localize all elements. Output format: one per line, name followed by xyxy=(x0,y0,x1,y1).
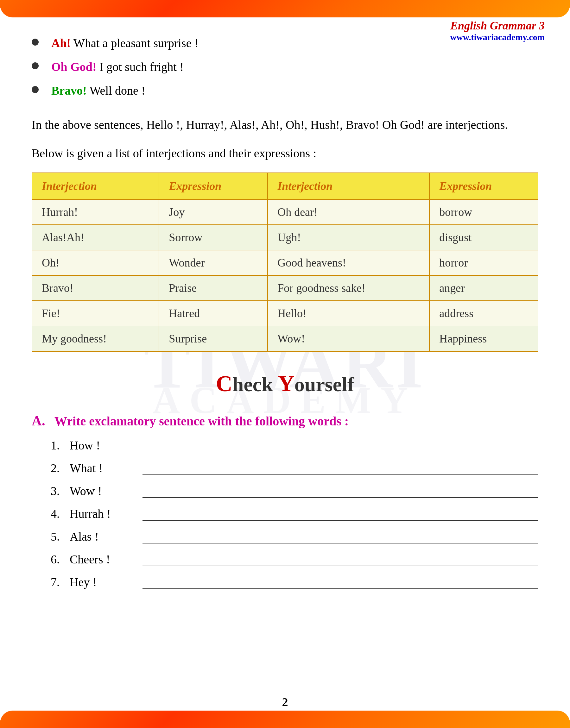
table-row: My goodness!SurpriseWow!Happiness xyxy=(32,326,538,351)
exercise-answer-line[interactable] xyxy=(142,586,538,589)
table-cell: Ugh! xyxy=(268,225,430,250)
table-row: Oh!WonderGood heavens!horror xyxy=(32,250,538,275)
exercise-answer-line[interactable] xyxy=(142,563,538,566)
table-cell: Good heavens! xyxy=(268,250,430,275)
bullet-dot xyxy=(32,86,39,93)
exercise-word: What ! xyxy=(70,461,133,475)
table-cell: Wonder xyxy=(159,250,268,275)
table-cell: Oh! xyxy=(32,250,159,275)
check-rest-2: ourself xyxy=(294,373,354,396)
table-cell: borrow xyxy=(430,199,538,225)
bullet-dot xyxy=(32,62,39,69)
col-header-interjection-1: Interjection xyxy=(32,173,159,199)
body-text-2: Below is given a list of interjections a… xyxy=(32,144,538,163)
table-cell: For goodness sake! xyxy=(268,275,430,301)
list-item: Oh God! I got such fright ! xyxy=(32,59,538,75)
brand-title: English Grammar 3 xyxy=(450,19,545,32)
check-rest-1: heck xyxy=(232,373,278,396)
bullet-text-1: Ah! What a pleasant surprise ! xyxy=(51,35,199,52)
brand-website: www.tiwariacademy.com xyxy=(450,32,545,42)
exercise-item: 3.Wow ! xyxy=(51,484,538,498)
check-yourself-heading: Check Yourself xyxy=(32,371,538,397)
table-cell: Surprise xyxy=(159,326,268,351)
exercise-number: 1. xyxy=(51,439,70,452)
exercise-number: 3. xyxy=(51,484,70,498)
table-cell: disgust xyxy=(430,225,538,250)
exercise-word: Alas ! xyxy=(70,530,133,544)
table-row: Bravo!PraiseFor goodness sake!anger xyxy=(32,275,538,301)
table-header-row: Interjection Expression Interjection Exp… xyxy=(32,173,538,199)
table-cell: address xyxy=(430,301,538,326)
exercise-item: 4.Hurrah ! xyxy=(51,507,538,521)
table-cell: anger xyxy=(430,275,538,301)
table-cell: horror xyxy=(430,250,538,275)
table-cell: Bravo! xyxy=(32,275,159,301)
table-cell: Wow! xyxy=(268,326,430,351)
exercise-answer-line[interactable] xyxy=(142,518,538,521)
exercise-word: Hurrah ! xyxy=(70,507,133,521)
table-cell: Praise xyxy=(159,275,268,301)
interjection-ah: Ah! xyxy=(51,36,71,50)
check-c-letter: C xyxy=(216,371,232,396)
bullet-list: Ah! What a pleasant surprise ! Oh God! I… xyxy=(32,35,538,99)
exercise-answer-line[interactable] xyxy=(142,472,538,475)
main-content: Ah! What a pleasant surprise ! Oh God! I… xyxy=(0,9,570,623)
table-row: Hurrah!JoyOh dear!borrow xyxy=(32,199,538,225)
exercise-number: 4. xyxy=(51,507,70,521)
exercise-answer-line[interactable] xyxy=(142,540,538,544)
table-cell: Hello! xyxy=(268,301,430,326)
table-cell: Happiness xyxy=(430,326,538,351)
exercise-item: 1.How ! xyxy=(51,439,538,452)
check-y-letter: Y xyxy=(278,371,294,396)
table-cell: Oh dear! xyxy=(268,199,430,225)
col-header-expression-1: Expression xyxy=(159,173,268,199)
section-instruction: Write exclamatory sentence with the foll… xyxy=(54,414,349,428)
col-header-interjection-2: Interjection xyxy=(268,173,430,199)
exercise-number: 6. xyxy=(51,552,70,566)
interjection-ohgod: Oh God! xyxy=(51,60,96,73)
section-a-label: A. Write exclamatory sentence with the f… xyxy=(32,413,538,429)
exercise-word: Hey ! xyxy=(70,575,133,589)
exercise-list: 1.How !2.What !3.Wow !4.Hurrah !5.Alas !… xyxy=(51,439,538,589)
exercise-number: 2. xyxy=(51,461,70,475)
table-row: Alas!Ah!SorrowUgh!disgust xyxy=(32,225,538,250)
page-number: 2 xyxy=(282,695,288,709)
body-text-1: In the above sentences, Hello !, Hurray!… xyxy=(32,115,538,134)
exercise-answer-line[interactable] xyxy=(142,449,538,452)
table-cell: Sorrow xyxy=(159,225,268,250)
interjection-table: Interjection Expression Interjection Exp… xyxy=(32,172,538,351)
table-cell: Joy xyxy=(159,199,268,225)
interjection-bravo: Bravo! xyxy=(51,84,87,97)
bullet-text-2: Oh God! I got such fright ! xyxy=(51,59,184,75)
table-cell: My goodness! xyxy=(32,326,159,351)
exercise-number: 7. xyxy=(51,575,70,589)
exercise-word: How ! xyxy=(70,439,133,452)
exercise-answer-line[interactable] xyxy=(142,495,538,498)
exercise-item: 6.Cheers ! xyxy=(51,552,538,566)
exercise-item: 7.Hey ! xyxy=(51,575,538,589)
table-row: Fie!HatredHello!address xyxy=(32,301,538,326)
branding-block: English Grammar 3 www.tiwariacademy.com xyxy=(450,19,545,42)
exercise-item: 2.What ! xyxy=(51,461,538,475)
bottom-decoration xyxy=(0,711,570,728)
exercise-number: 5. xyxy=(51,530,70,544)
table-cell: Fie! xyxy=(32,301,159,326)
table-cell: Alas!Ah! xyxy=(32,225,159,250)
exercise-item: 5.Alas ! xyxy=(51,530,538,544)
table-body: Hurrah!JoyOh dear!borrowAlas!Ah!SorrowUg… xyxy=(32,199,538,351)
bullet-dot xyxy=(32,39,39,46)
bullet-text-3: Bravo! Well done ! xyxy=(51,82,146,99)
table-cell: Hatred xyxy=(159,301,268,326)
exercise-word: Cheers ! xyxy=(70,552,133,566)
exercise-word: Wow ! xyxy=(70,484,133,498)
list-item: Bravo! Well done ! xyxy=(32,82,538,99)
col-header-expression-2: Expression xyxy=(430,173,538,199)
section-letter: A. xyxy=(32,413,45,429)
table-cell: Hurrah! xyxy=(32,199,159,225)
